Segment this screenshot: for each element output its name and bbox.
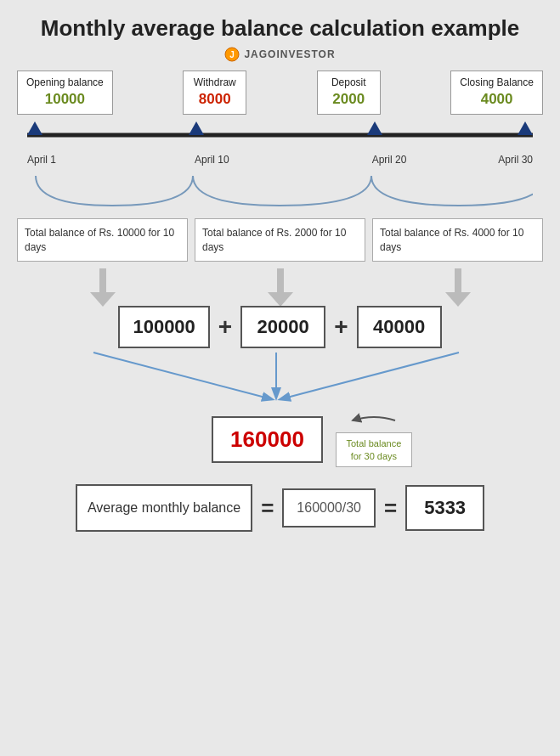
arrow-down-3 bbox=[372, 270, 543, 304]
result-row: 160000 Total balance for 30 days bbox=[17, 412, 543, 467]
page-container: Monthly average balance calculation exam… bbox=[0, 0, 560, 756]
dates-row: April 1 April 10 April 20 April 30 bbox=[8, 152, 552, 167]
info-box-1: Total balance of Rs. 10000 for 10 days bbox=[17, 218, 188, 262]
formula-box: 160000/30 bbox=[282, 488, 376, 528]
withdraw-value: 8000 bbox=[192, 90, 237, 109]
svg-line-10 bbox=[280, 353, 459, 399]
date-april10: April 10 bbox=[195, 154, 229, 166]
equals-1-icon: = bbox=[261, 495, 274, 522]
triangle-april1-icon bbox=[27, 121, 42, 135]
withdraw-label: Withdraw bbox=[192, 76, 237, 90]
info-boxes-row: Total balance of Rs. 10000 for 10 days T… bbox=[8, 218, 552, 262]
deposit-box: Deposit 2000 bbox=[317, 71, 381, 115]
arrow-down-1 bbox=[17, 270, 188, 304]
product-2: 20000 bbox=[240, 306, 325, 348]
average-row: Average monthly balance = 160000/30 = 53… bbox=[17, 484, 543, 532]
total-note-group: Total balance for 30 days bbox=[336, 412, 412, 467]
date-april30: April 30 bbox=[498, 154, 533, 166]
result-box: 160000 bbox=[212, 416, 323, 463]
braces-section bbox=[27, 172, 533, 218]
closing-box: Closing Balance 4000 bbox=[450, 71, 543, 115]
timeline-line bbox=[27, 133, 533, 137]
converge-arrows-svg bbox=[17, 348, 543, 412]
avg-label-box: Average monthly balance bbox=[76, 484, 252, 532]
withdraw-box: Withdraw 8000 bbox=[183, 71, 246, 115]
opening-value: 10000 bbox=[26, 90, 104, 109]
svg-line-8 bbox=[93, 353, 272, 399]
triangle-april10-icon bbox=[189, 121, 204, 135]
total-note: Total balance for 30 days bbox=[336, 432, 412, 467]
brand-logo-icon: J bbox=[224, 47, 240, 62]
balance-boxes-row: Opening balance 10000 Withdraw 8000 Depo… bbox=[8, 71, 552, 115]
svg-rect-2 bbox=[99, 268, 106, 294]
svg-rect-6 bbox=[455, 268, 461, 294]
deposit-value: 2000 bbox=[326, 90, 371, 109]
date-april20: April 20 bbox=[372, 154, 407, 166]
arrow-down-2 bbox=[195, 270, 365, 304]
product-3: 40000 bbox=[357, 306, 442, 348]
timeline-container bbox=[27, 118, 533, 152]
triangle-april30-icon bbox=[518, 121, 533, 135]
braces-svg bbox=[27, 172, 533, 218]
svg-marker-5 bbox=[268, 292, 293, 307]
brand-name: JAGOINVESTOR bbox=[244, 48, 335, 60]
final-result-box: 5333 bbox=[405, 485, 484, 531]
page-title: Monthly average balance calculation exam… bbox=[8, 8, 552, 42]
down-arrows-row bbox=[8, 270, 552, 304]
svg-text:J: J bbox=[230, 50, 235, 59]
plus-1-icon: + bbox=[210, 313, 240, 341]
deposit-label: Deposit bbox=[326, 76, 371, 90]
svg-rect-4 bbox=[277, 268, 284, 294]
info-box-3: Total balance of Rs. 4000 for 10 days bbox=[372, 218, 543, 262]
triangle-april20-icon bbox=[367, 121, 382, 135]
plus-2-icon: + bbox=[325, 313, 356, 341]
avg-label: Average monthly balance bbox=[88, 500, 240, 515]
opening-balance-box: Opening balance 10000 bbox=[17, 71, 113, 115]
svg-marker-7 bbox=[445, 292, 471, 307]
converge-section bbox=[17, 348, 543, 412]
product-row: 100000 + 20000 + 40000 bbox=[8, 306, 552, 348]
product-1: 100000 bbox=[118, 306, 209, 348]
date-april1: April 1 bbox=[27, 154, 56, 166]
closing-label: Closing Balance bbox=[460, 76, 534, 90]
brand-row: J JAGOINVESTOR bbox=[8, 47, 552, 62]
closing-value: 4000 bbox=[460, 90, 534, 109]
opening-label: Opening balance bbox=[26, 76, 104, 90]
info-box-2: Total balance of Rs. 2000 for 10 days bbox=[195, 218, 365, 262]
equals-2-icon: = bbox=[384, 495, 397, 522]
svg-marker-3 bbox=[90, 292, 116, 307]
